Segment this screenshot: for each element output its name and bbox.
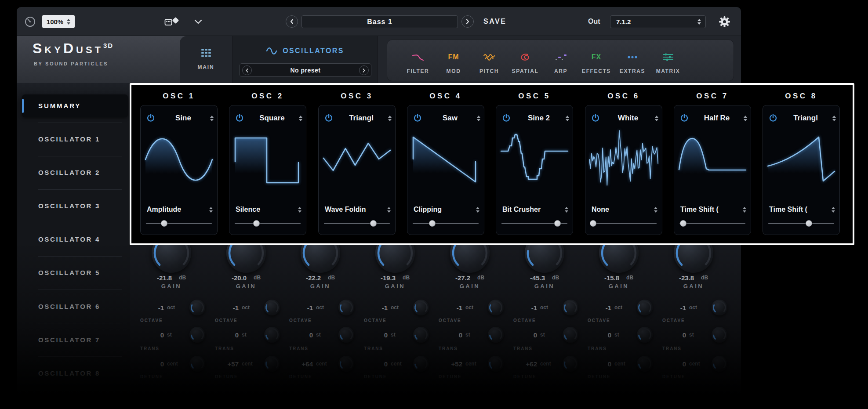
effect-select[interactable]: Silence — [236, 206, 298, 214]
spinner-icon[interactable] — [654, 207, 657, 213]
settings-button[interactable] — [718, 15, 730, 28]
waveform-select[interactable]: Sine 2 — [512, 114, 566, 123]
tab-effects[interactable]: FX EFFECTS — [579, 40, 614, 82]
midi-controller-icon[interactable] — [164, 16, 180, 27]
trans-knob[interactable] — [189, 327, 205, 343]
spinner-icon[interactable] — [743, 207, 746, 213]
detune-knob[interactable] — [338, 356, 354, 372]
trans-knob[interactable] — [712, 327, 727, 343]
octave-knob[interactable] — [413, 300, 429, 315]
octave-knob[interactable] — [488, 300, 504, 315]
detune-knob[interactable] — [637, 356, 653, 372]
waveform-select[interactable]: White — [601, 114, 655, 123]
preset-display[interactable]: Bass 1 — [301, 15, 458, 28]
sidebar-item-oscillator-7[interactable]: OSCILLATOR 7 — [38, 333, 126, 347]
spinner-icon[interactable] — [832, 207, 835, 213]
trans-knob[interactable] — [488, 327, 504, 343]
tab-oscillators[interactable]: OSCILLATORS No preset — [232, 36, 378, 83]
detune-knob[interactable] — [413, 356, 429, 372]
sidebar-item-summary[interactable]: SUMMARY — [22, 94, 128, 117]
spinner-icon[interactable] — [387, 207, 391, 213]
octave-knob[interactable] — [563, 300, 578, 315]
effect-select[interactable]: Time Shift ( — [769, 206, 832, 214]
waveform-select[interactable]: Triangl — [334, 114, 388, 123]
detune-knob[interactable] — [264, 356, 280, 372]
preset-prev-button[interactable] — [286, 15, 298, 28]
effect-select[interactable]: Time Shift ( — [680, 206, 743, 214]
trans-knob[interactable] — [264, 327, 280, 343]
octave-knob[interactable] — [637, 300, 653, 315]
spinner-icon[interactable] — [744, 116, 747, 121]
slider-thumb[interactable] — [253, 220, 260, 227]
level-slider[interactable] — [501, 220, 567, 227]
power-button[interactable] — [412, 113, 423, 123]
octave-knob[interactable] — [189, 300, 205, 315]
detune-knob[interactable] — [563, 356, 578, 372]
trans-knob[interactable] — [563, 327, 578, 343]
slider-thumb[interactable] — [590, 220, 596, 227]
power-button[interactable] — [590, 113, 601, 123]
power-button[interactable] — [767, 113, 779, 123]
slider-thumb[interactable] — [806, 220, 812, 227]
detune-knob[interactable] — [712, 356, 727, 372]
level-slider[interactable] — [591, 220, 657, 227]
tab-spatial[interactable]: SPATIAL — [508, 40, 543, 82]
slider-thumb[interactable] — [429, 220, 436, 227]
tab-matrix[interactable]: MATRIX — [650, 40, 686, 82]
power-button[interactable] — [679, 113, 690, 123]
tab-main[interactable]: MAIN — [180, 36, 232, 83]
sidebar-item-oscillator-8[interactable]: OSCILLATOR 8 — [38, 367, 126, 380]
save-button[interactable]: SAVE — [483, 7, 506, 36]
osc-preset-select[interactable]: No preset — [240, 63, 371, 77]
detune-knob[interactable] — [189, 356, 205, 372]
power-button[interactable] — [323, 113, 334, 123]
trans-knob[interactable] — [413, 327, 429, 343]
osc-preset-prev-button[interactable] — [242, 65, 252, 75]
octave-knob[interactable] — [338, 300, 354, 315]
spinner-icon[interactable] — [566, 116, 569, 121]
level-slider[interactable] — [235, 220, 301, 227]
sidebar-item-oscillator-1[interactable]: OSCILLATOR 1 — [38, 133, 126, 146]
tab-pitch[interactable]: PITCH — [472, 40, 507, 82]
slider-thumb[interactable] — [370, 220, 377, 227]
sidebar-item-oscillator-4[interactable]: OSCILLATOR 4 — [38, 233, 126, 246]
slider-thumb[interactable] — [161, 220, 167, 227]
effect-select[interactable]: None — [592, 206, 654, 214]
level-slider[interactable] — [413, 220, 479, 227]
tab-arp[interactable]: ARP — [543, 40, 578, 82]
effect-select[interactable]: Clipping — [414, 206, 476, 214]
chevron-down-icon[interactable] — [194, 19, 202, 24]
slider-thumb[interactable] — [680, 220, 686, 227]
octave-knob[interactable] — [712, 300, 727, 315]
waveform-select[interactable]: Sine — [156, 114, 210, 123]
zoom-select[interactable]: 100% — [42, 15, 75, 28]
tab-filter[interactable]: FILTER — [400, 40, 436, 82]
spinner-icon[interactable] — [299, 116, 302, 121]
spinner-icon[interactable] — [210, 116, 214, 121]
sidebar-item-oscillator-5[interactable]: OSCILLATOR 5 — [38, 266, 126, 279]
waveform-select[interactable]: Triangl — [779, 114, 832, 123]
level-slider[interactable] — [324, 220, 390, 227]
effect-select[interactable]: Bit Crusher — [502, 206, 565, 214]
waveform-select[interactable]: Saw — [423, 114, 477, 123]
spinner-icon[interactable] — [476, 207, 479, 213]
sidebar-item-oscillator-2[interactable]: OSCILLATOR 2 — [38, 166, 126, 179]
octave-knob[interactable] — [264, 300, 280, 315]
spinner-icon[interactable] — [209, 207, 213, 213]
waveform-select[interactable]: Half Re — [690, 114, 744, 123]
sidebar-item-oscillator-6[interactable]: OSCILLATOR 6 — [38, 300, 126, 313]
spinner-icon[interactable] — [477, 116, 480, 121]
trans-knob[interactable] — [338, 327, 354, 343]
tab-mod[interactable]: FM MOD — [436, 40, 471, 82]
power-button[interactable] — [501, 113, 512, 123]
spinner-icon[interactable] — [388, 116, 392, 121]
spinner-icon[interactable] — [565, 207, 568, 213]
effect-select[interactable]: Wave Foldin — [325, 206, 387, 214]
osc-preset-next-button[interactable] — [359, 65, 369, 75]
tab-extras[interactable]: EXTRAS — [615, 40, 650, 82]
power-button[interactable] — [145, 113, 156, 123]
output-format-select[interactable]: 7.1.2 — [610, 15, 706, 28]
power-button[interactable] — [234, 113, 245, 123]
sidebar-item-oscillator-3[interactable]: OSCILLATOR 3 — [38, 199, 126, 213]
level-slider[interactable] — [146, 220, 212, 227]
